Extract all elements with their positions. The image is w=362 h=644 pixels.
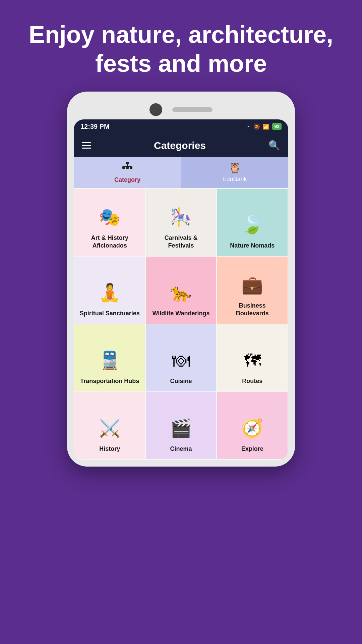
nature-label: Nature Nomads bbox=[230, 242, 275, 250]
routes-label: Routes bbox=[242, 377, 262, 385]
wildlife-icon: 🐆 bbox=[170, 282, 192, 303]
routes-icon: 🗺 bbox=[244, 351, 261, 371]
phone-top-bar bbox=[74, 98, 288, 119]
edubank-tab-icon: 🦉 bbox=[229, 162, 241, 174]
app-title: Categories bbox=[154, 140, 206, 151]
app-bar: Categories 🔍 bbox=[74, 134, 288, 157]
transportation-icon: 🚆 bbox=[99, 350, 121, 371]
status-bar: 12:39 PM ··· 🔕 📶 92 bbox=[74, 119, 288, 134]
category-card-cinema[interactable]: 🎬 Cinema bbox=[146, 392, 217, 459]
history-icon: ⚔️ bbox=[99, 418, 121, 438]
tab-category[interactable]: Category bbox=[74, 157, 181, 188]
category-tab-icon bbox=[122, 162, 133, 174]
category-card-routes[interactable]: 🗺 Routes bbox=[217, 324, 288, 391]
business-icon: 💼 bbox=[241, 275, 263, 295]
tab-edubank[interactable]: 🦉 EduBank bbox=[181, 157, 288, 188]
art-history-label: Art & History Aficionados bbox=[79, 234, 140, 250]
camera bbox=[149, 103, 162, 116]
category-card-business[interactable]: 💼 Business Boulevards bbox=[217, 257, 288, 324]
status-time: 12:39 PM bbox=[80, 123, 110, 130]
category-tab-label: Category bbox=[114, 176, 140, 183]
category-card-spiritual[interactable]: 🧘 Spiritual Sanctuaries bbox=[74, 257, 145, 324]
cinema-icon: 🎬 bbox=[170, 418, 192, 438]
category-card-history[interactable]: ⚔️ History bbox=[74, 392, 145, 459]
category-card-carnivals[interactable]: 🎠 Carnivals & Festivals bbox=[146, 189, 217, 256]
battery-indicator: 92 bbox=[272, 123, 282, 130]
menu-button[interactable] bbox=[82, 142, 91, 149]
speaker bbox=[172, 107, 213, 112]
status-icons: ··· 🔕 📶 92 bbox=[246, 123, 282, 130]
carnivals-icon: 🎠 bbox=[170, 207, 192, 227]
spiritual-label: Spiritual Sanctuaries bbox=[80, 310, 140, 317]
categories-grid: 🎭 Art & History Aficionados 🎠 Carnivals … bbox=[74, 188, 288, 460]
wildlife-label: Wildlife Wanderings bbox=[152, 310, 209, 317]
dots-icon: ··· bbox=[246, 123, 251, 129]
svg-rect-2 bbox=[126, 166, 129, 169]
category-card-cuisine[interactable]: 🍽 Cuisine bbox=[146, 324, 217, 391]
wifi-icon: 📶 bbox=[263, 123, 269, 130]
svg-rect-0 bbox=[126, 162, 129, 164]
edubank-tab-label: EduBank bbox=[222, 176, 247, 183]
phone-screen: 12:39 PM ··· 🔕 📶 92 Categories 🔍 bbox=[74, 119, 288, 460]
cinema-label: Cinema bbox=[170, 445, 192, 453]
cuisine-label: Cuisine bbox=[170, 377, 192, 385]
category-card-wildlife[interactable]: 🐆 Wildlife Wanderings bbox=[146, 257, 217, 324]
explore-icon: 🧭 bbox=[241, 418, 263, 438]
business-label: Business Boulevards bbox=[222, 302, 283, 318]
explore-label: Explore bbox=[241, 445, 263, 453]
svg-rect-1 bbox=[122, 166, 125, 169]
category-card-transportation[interactable]: 🚆 Transportation Hubs bbox=[74, 324, 145, 391]
category-card-art-history[interactable]: 🎭 Art & History Aficionados bbox=[74, 189, 145, 256]
search-button[interactable]: 🔍 bbox=[268, 140, 280, 151]
bell-icon: 🔕 bbox=[253, 123, 260, 130]
spiritual-icon: 🧘 bbox=[99, 282, 121, 303]
nature-icon: 🍃 bbox=[241, 215, 263, 235]
svg-rect-3 bbox=[130, 166, 132, 169]
history-label: History bbox=[99, 445, 120, 453]
art-history-icon: 🎭 bbox=[99, 207, 121, 227]
carnivals-label: Carnivals & Festivals bbox=[151, 234, 212, 250]
tab-bar: Category 🦉 EduBank bbox=[74, 157, 288, 188]
cuisine-icon: 🍽 bbox=[172, 351, 190, 371]
category-card-nature[interactable]: 🍃 Nature Nomads bbox=[217, 189, 288, 256]
transportation-label: Transportation Hubs bbox=[80, 377, 139, 385]
category-card-explore[interactable]: 🧭 Explore bbox=[217, 392, 288, 459]
hero-heading: Enjoy nature, architecture, fests and mo… bbox=[0, 0, 362, 92]
phone-frame: 12:39 PM ··· 🔕 📶 92 Categories 🔍 bbox=[67, 92, 295, 467]
